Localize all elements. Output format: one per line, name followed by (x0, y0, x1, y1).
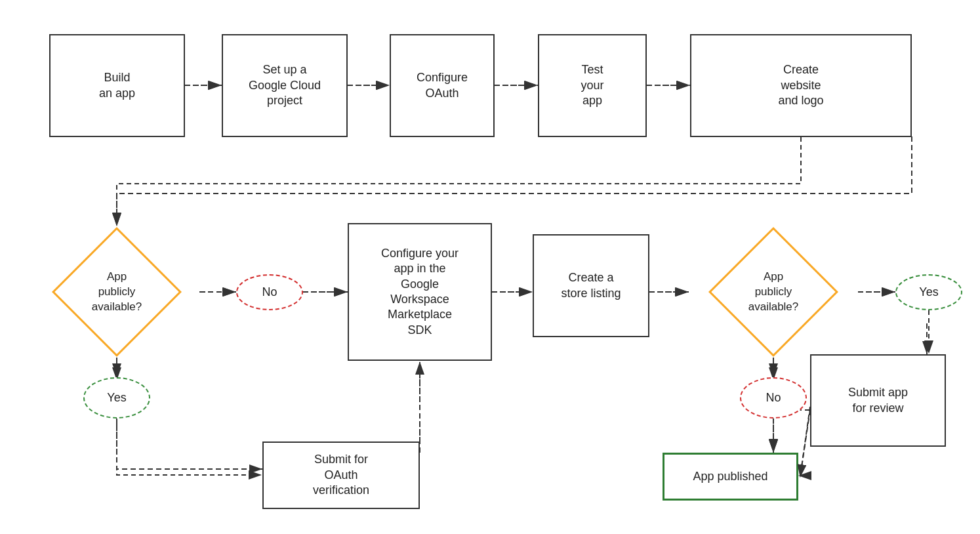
diamond-right-text: App publicly available? (748, 270, 799, 315)
submit-review-label: Submit app for review (848, 385, 908, 416)
test-app-box: Test your app (538, 34, 647, 137)
diamond-left-wrapper: App publicly available? (33, 226, 201, 358)
create-website-box: Create website and logo (690, 34, 912, 137)
create-store-label: Create a store listing (561, 270, 621, 301)
no-oval-right: No (740, 377, 807, 419)
yes-oval-right: Yes (895, 274, 962, 310)
test-app-label: Test your app (581, 62, 603, 108)
create-website-label: Create website and logo (778, 62, 823, 108)
configure-oauth-box: Configure OAuth (390, 34, 495, 137)
flowchart-diagram: Build an app Set up a Google Cloud proje… (0, 0, 980, 534)
configure-marketplace-box: Configure your app in the Google Workspa… (348, 223, 492, 361)
submit-oauth-label: Submit for OAuth verification (313, 452, 369, 498)
build-app-box: Build an app (49, 34, 185, 137)
yes-oval-left: Yes (83, 377, 150, 419)
setup-gcp-box: Set up a Google Cloud project (222, 34, 348, 137)
configure-oauth-label: Configure OAuth (417, 70, 468, 101)
app-published-label: App published (693, 469, 767, 484)
create-store-box: Create a store listing (533, 234, 649, 337)
configure-marketplace-label: Configure your app in the Google Workspa… (381, 246, 459, 338)
yes-oval-left-label: Yes (107, 391, 126, 405)
yes-oval-right-label: Yes (919, 285, 938, 299)
no-oval-left-label: No (262, 285, 277, 299)
no-oval-left: No (236, 274, 303, 310)
setup-gcp-label: Set up a Google Cloud project (249, 62, 321, 108)
diamond-right-wrapper: App publicly available? (689, 226, 858, 358)
submit-review-box: Submit app for review (810, 354, 946, 447)
app-published-box: App published (663, 453, 798, 501)
build-app-label: Build an app (99, 70, 135, 101)
diamond-left-text: App publicly available? (92, 270, 142, 315)
no-oval-right-label: No (766, 391, 781, 405)
submit-oauth-box: Submit for OAuth verification (262, 442, 420, 509)
